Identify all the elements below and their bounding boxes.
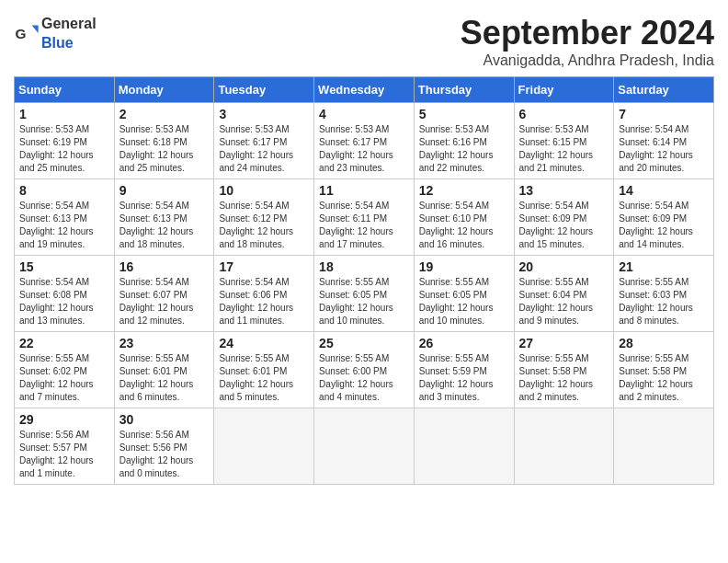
- logo: G General Blue: [14, 14, 97, 52]
- location-title: Avanigadda, Andhra Pradesh, India: [461, 52, 714, 69]
- calendar-week-row: 29Sunrise: 5:56 AM Sunset: 5:57 PM Dayli…: [15, 408, 714, 485]
- day-number: 25: [319, 336, 409, 350]
- calendar-cell: [314, 408, 415, 485]
- day-number: 12: [419, 183, 509, 198]
- day-number: 13: [519, 183, 609, 198]
- day-info: Sunrise: 5:54 AM Sunset: 6:10 PM Dayligh…: [419, 200, 509, 251]
- calendar-week-row: 8Sunrise: 5:54 AM Sunset: 6:13 PM Daylig…: [15, 179, 714, 256]
- page-header: G General Blue September 2024 Avanigadda…: [14, 14, 714, 69]
- calendar-cell: 28Sunrise: 5:55 AM Sunset: 5:58 PM Dayli…: [614, 332, 714, 408]
- logo-general-text: General: [41, 16, 97, 31]
- day-number: 5: [419, 107, 509, 121]
- calendar-cell: [614, 408, 714, 485]
- title-block: September 2024 Avanigadda, Andhra Prades…: [461, 14, 714, 69]
- calendar-cell: 17Sunrise: 5:54 AM Sunset: 6:06 PM Dayli…: [214, 256, 314, 332]
- day-info: Sunrise: 5:55 AM Sunset: 5:58 PM Dayligh…: [519, 352, 609, 404]
- calendar-cell: 7Sunrise: 5:54 AM Sunset: 6:14 PM Daylig…: [614, 103, 714, 179]
- day-info: Sunrise: 5:56 AM Sunset: 5:56 PM Dayligh…: [119, 429, 210, 480]
- logo-icon: G: [14, 20, 40, 46]
- day-info: Sunrise: 5:54 AM Sunset: 6:12 PM Dayligh…: [219, 200, 309, 251]
- calendar-cell: 29Sunrise: 5:56 AM Sunset: 5:57 PM Dayli…: [15, 408, 115, 485]
- calendar-cell: 11Sunrise: 5:54 AM Sunset: 6:11 PM Dayli…: [314, 179, 415, 256]
- day-number: 26: [419, 336, 509, 350]
- calendar-cell: 26Sunrise: 5:55 AM Sunset: 5:59 PM Dayli…: [414, 332, 514, 408]
- day-info: Sunrise: 5:55 AM Sunset: 5:58 PM Dayligh…: [619, 352, 709, 404]
- calendar-cell: 27Sunrise: 5:55 AM Sunset: 5:58 PM Dayli…: [514, 332, 614, 408]
- day-info: Sunrise: 5:54 AM Sunset: 6:08 PM Dayligh…: [19, 276, 109, 327]
- calendar-cell: [414, 408, 514, 485]
- calendar-cell: 3Sunrise: 5:53 AM Sunset: 6:17 PM Daylig…: [214, 103, 314, 179]
- day-number: 14: [619, 183, 709, 198]
- day-info: Sunrise: 5:53 AM Sunset: 6:17 PM Dayligh…: [319, 123, 409, 175]
- calendar-cell: 9Sunrise: 5:54 AM Sunset: 6:13 PM Daylig…: [114, 179, 214, 256]
- day-info: Sunrise: 5:54 AM Sunset: 6:13 PM Dayligh…: [119, 200, 210, 251]
- day-number: 15: [19, 259, 109, 274]
- day-number: 28: [619, 336, 709, 350]
- calendar-cell: 30Sunrise: 5:56 AM Sunset: 5:56 PM Dayli…: [114, 408, 214, 485]
- day-number: 17: [219, 259, 309, 274]
- day-number: 7: [619, 107, 709, 121]
- day-number: 30: [119, 412, 210, 427]
- calendar-cell: 21Sunrise: 5:55 AM Sunset: 6:03 PM Dayli…: [614, 256, 714, 332]
- svg-marker-1: [32, 26, 39, 33]
- header-day-saturday: Saturday: [614, 77, 714, 103]
- day-info: Sunrise: 5:55 AM Sunset: 6:00 PM Dayligh…: [319, 352, 409, 404]
- day-number: 23: [119, 336, 210, 350]
- day-info: Sunrise: 5:54 AM Sunset: 6:09 PM Dayligh…: [619, 200, 709, 251]
- day-number: 6: [519, 107, 609, 121]
- calendar-cell: 19Sunrise: 5:55 AM Sunset: 6:05 PM Dayli…: [414, 256, 514, 332]
- day-info: Sunrise: 5:54 AM Sunset: 6:06 PM Dayligh…: [219, 276, 309, 327]
- day-info: Sunrise: 5:55 AM Sunset: 5:59 PM Dayligh…: [419, 352, 509, 404]
- day-info: Sunrise: 5:54 AM Sunset: 6:14 PM Dayligh…: [619, 123, 709, 175]
- calendar-cell: 1Sunrise: 5:53 AM Sunset: 6:19 PM Daylig…: [15, 103, 115, 179]
- calendar-header-row: SundayMondayTuesdayWednesdayThursdayFrid…: [15, 77, 714, 103]
- calendar-cell: 15Sunrise: 5:54 AM Sunset: 6:08 PM Dayli…: [15, 256, 115, 332]
- day-number: 3: [219, 107, 309, 121]
- day-info: Sunrise: 5:53 AM Sunset: 6:16 PM Dayligh…: [419, 123, 509, 175]
- day-number: 24: [219, 336, 309, 350]
- day-info: Sunrise: 5:55 AM Sunset: 6:05 PM Dayligh…: [419, 276, 509, 327]
- header-day-friday: Friday: [514, 77, 614, 103]
- header-day-wednesday: Wednesday: [314, 77, 415, 103]
- day-info: Sunrise: 5:53 AM Sunset: 6:17 PM Dayligh…: [219, 123, 309, 175]
- day-info: Sunrise: 5:56 AM Sunset: 5:57 PM Dayligh…: [19, 429, 109, 480]
- day-info: Sunrise: 5:54 AM Sunset: 6:07 PM Dayligh…: [119, 276, 210, 327]
- day-info: Sunrise: 5:54 AM Sunset: 6:13 PM Dayligh…: [19, 200, 109, 251]
- day-number: 18: [319, 259, 409, 274]
- header-day-sunday: Sunday: [15, 77, 115, 103]
- day-info: Sunrise: 5:55 AM Sunset: 6:04 PM Dayligh…: [519, 276, 609, 327]
- header-day-tuesday: Tuesday: [214, 77, 314, 103]
- day-number: 11: [319, 183, 409, 198]
- day-number: 1: [19, 107, 109, 121]
- calendar-week-row: 15Sunrise: 5:54 AM Sunset: 6:08 PM Dayli…: [15, 256, 714, 332]
- calendar-week-row: 22Sunrise: 5:55 AM Sunset: 6:02 PM Dayli…: [15, 332, 714, 408]
- day-number: 10: [219, 183, 309, 198]
- calendar-cell: 13Sunrise: 5:54 AM Sunset: 6:09 PM Dayli…: [514, 179, 614, 256]
- day-number: 16: [119, 259, 210, 274]
- header-day-thursday: Thursday: [414, 77, 514, 103]
- logo-blue-text: Blue: [41, 35, 74, 51]
- calendar-cell: 6Sunrise: 5:53 AM Sunset: 6:15 PM Daylig…: [514, 103, 614, 179]
- day-number: 2: [119, 107, 210, 121]
- calendar-table: SundayMondayTuesdayWednesdayThursdayFrid…: [14, 76, 714, 485]
- day-info: Sunrise: 5:53 AM Sunset: 6:18 PM Dayligh…: [119, 123, 210, 175]
- day-number: 27: [519, 336, 609, 350]
- calendar-cell: 18Sunrise: 5:55 AM Sunset: 6:05 PM Dayli…: [314, 256, 415, 332]
- day-number: 21: [619, 259, 709, 274]
- day-info: Sunrise: 5:55 AM Sunset: 6:02 PM Dayligh…: [19, 352, 109, 404]
- month-title: September 2024: [461, 14, 714, 52]
- day-number: 19: [419, 259, 509, 274]
- calendar-cell: 2Sunrise: 5:53 AM Sunset: 6:18 PM Daylig…: [114, 103, 214, 179]
- calendar-cell: 22Sunrise: 5:55 AM Sunset: 6:02 PM Dayli…: [15, 332, 115, 408]
- header-day-monday: Monday: [114, 77, 214, 103]
- calendar-cell: 12Sunrise: 5:54 AM Sunset: 6:10 PM Dayli…: [414, 179, 514, 256]
- calendar-cell: [214, 408, 314, 485]
- calendar-cell: [514, 408, 614, 485]
- calendar-cell: 8Sunrise: 5:54 AM Sunset: 6:13 PM Daylig…: [15, 179, 115, 256]
- calendar-cell: 5Sunrise: 5:53 AM Sunset: 6:16 PM Daylig…: [414, 103, 514, 179]
- calendar-cell: 23Sunrise: 5:55 AM Sunset: 6:01 PM Dayli…: [114, 332, 214, 408]
- day-info: Sunrise: 5:55 AM Sunset: 6:01 PM Dayligh…: [119, 352, 210, 404]
- calendar-cell: 16Sunrise: 5:54 AM Sunset: 6:07 PM Dayli…: [114, 256, 214, 332]
- day-info: Sunrise: 5:55 AM Sunset: 6:03 PM Dayligh…: [619, 276, 709, 327]
- calendar-cell: 10Sunrise: 5:54 AM Sunset: 6:12 PM Dayli…: [214, 179, 314, 256]
